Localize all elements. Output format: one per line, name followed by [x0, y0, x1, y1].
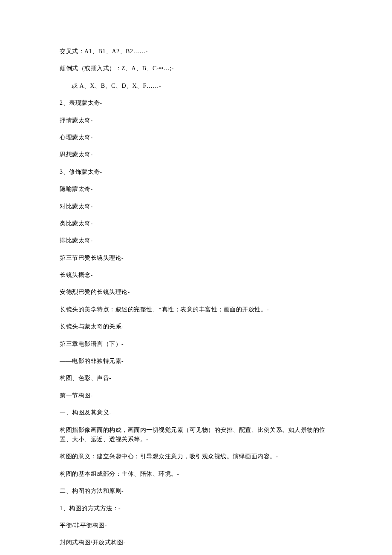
text-line: 构图、色彩、声音-: [60, 374, 332, 383]
text-line: 2、表现蒙太奇-: [60, 98, 332, 108]
text-line: 或 A、X、B、C、D、X、F……-: [60, 81, 332, 91]
text-line: 构图的基本组成部分：主体、陪体、环境。-: [60, 469, 332, 479]
text-line: 构图指影像画面的构成，画面内一切视觉元素（可见物）的安排、配置、比例关系。如人景…: [60, 426, 332, 445]
text-line: 心理蒙太奇-: [60, 133, 332, 142]
text-line: 3、修饰蒙太奇-: [60, 167, 332, 177]
text-line: 安德烈巴赞的长镜头理论-: [60, 288, 332, 297]
text-line: 第三节巴赞长镜头理论-: [60, 253, 332, 263]
text-line: 对比蒙太奇-: [60, 202, 332, 211]
text-line: 构图的意义：建立兴趣中心；引导观众注意力，吸引观众视线。演绎画面内容。-: [60, 452, 332, 461]
text-line: 类比蒙太奇-: [60, 219, 332, 228]
text-line: 长镜头的美学特点：叙述的完整性、*真性；表意的丰富性；画面的开放性。-: [60, 305, 332, 314]
text-line: 1、构图的方式方法：-: [60, 504, 332, 513]
document-content: 交叉式：A1、B1、A2、B2……-颠倒式（或插入式）：Z、A、B、C-••…;…: [60, 47, 332, 548]
text-line: 思想蒙太奇-: [60, 150, 332, 159]
text-line: 长镜头与蒙太奇的关系-: [60, 322, 332, 331]
text-line: 二、构图的方法和原则-: [60, 486, 332, 496]
text-line: 抒情蒙太奇-: [60, 116, 332, 125]
text-line: 平衡/非平衡构图-: [60, 521, 332, 530]
text-line: 一、构图及其意义-: [60, 408, 332, 417]
text-line: 排比蒙太奇-: [60, 236, 332, 245]
text-line: 第三章电影语言（下）-: [60, 339, 332, 349]
text-line: 第一节构图-: [60, 391, 332, 400]
text-line: 长镜头概念-: [60, 270, 332, 280]
text-line: 隐喻蒙太奇-: [60, 184, 332, 194]
text-line: ——电影的非独特元素-: [60, 357, 332, 366]
text-line: 封闭式构图/开放式构图-: [60, 538, 332, 547]
text-line: 颠倒式（或插入式）：Z、A、B、C-••…;-: [60, 64, 332, 73]
text-line: 交叉式：A1、B1、A2、B2……-: [60, 47, 332, 56]
